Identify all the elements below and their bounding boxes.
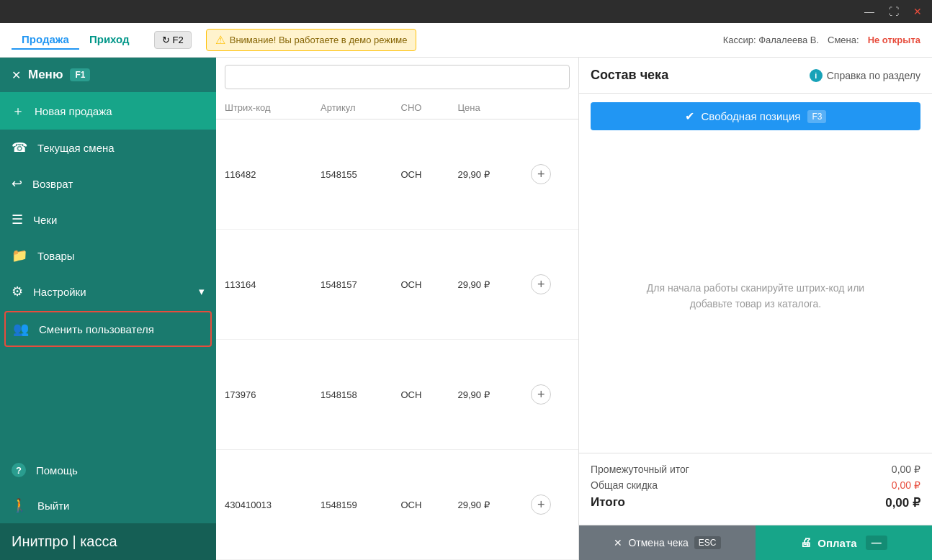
pay-label: Оплата — [817, 537, 856, 549]
col-barcode: Штрих-код — [216, 96, 312, 119]
search-bar — [216, 58, 578, 96]
return-icon: ↩ — [12, 176, 22, 191]
sidebar-item-checks[interactable]: ☰ Чеки — [0, 202, 216, 238]
maximize-button[interactable]: ⛶ — [884, 4, 903, 19]
sidebar-item-current-shift[interactable]: ☎ Текущая смена — [0, 130, 216, 166]
gear-icon: ⚙ — [12, 284, 23, 299]
add-cell: + — [522, 450, 578, 560]
sidebar-item-goods[interactable]: 📁 Товары — [0, 238, 216, 274]
logout-icon: 🚶 — [12, 497, 27, 513]
receipt-empty-message: Для начала работы сканируйте штрих-код и… — [579, 139, 932, 453]
subtotal-label: Промежуточный итог — [591, 464, 689, 475]
close-menu-button[interactable]: ✕ — [12, 68, 21, 82]
minimize-button[interactable]: — — [860, 4, 879, 19]
cancel-receipt-button[interactable]: ✕ Отмена чека ESC — [579, 525, 756, 560]
col-sno: СНО — [393, 96, 449, 119]
add-product-button[interactable]: + — [531, 384, 551, 405]
receipt-summary: Промежуточный итог 0,00 ₽ Общая скидка 0… — [579, 453, 932, 525]
brand-main: Инитпро — [12, 533, 68, 549]
sidebar-item-label: Новая продажа — [35, 105, 112, 117]
sidebar-item-new-sale[interactable]: ＋ Новая продажа — [0, 92, 216, 130]
search-input[interactable] — [225, 65, 570, 89]
add-cell: + — [522, 230, 578, 340]
table-row: 116482 1548155 ОСН 29,90 ₽ + — [216, 119, 578, 230]
content-area: ✕ Меню F1 ＋ Новая продажа ☎ Текущая смен… — [0, 58, 932, 560]
sync-icon: ↻ — [162, 35, 170, 45]
brand-sub: касса — [80, 533, 117, 549]
sync-button[interactable]: ↻ F2 — [154, 31, 192, 49]
receipt-actions: ✕ Отмена чека ESC 🖨 Оплата — — [579, 525, 932, 560]
shift-label: Смена: — [828, 35, 859, 45]
price-cell: 29,90 ₽ — [449, 340, 523, 450]
help-section-button[interactable]: i Справка по разделу — [810, 69, 920, 82]
add-product-button[interactable]: + — [531, 274, 551, 294]
table-row: 173976 1548158 ОСН 29,90 ₽ + — [216, 340, 578, 450]
check-icon: ✔ — [685, 109, 694, 123]
sidebar-item-help[interactable]: ? Помощь — [0, 453, 216, 487]
receipt-title: Состав чека — [591, 68, 668, 83]
users-icon: 👥 — [13, 321, 29, 337]
barcode-cell: 430410013 — [216, 450, 312, 560]
add-product-button[interactable]: + — [531, 494, 551, 515]
product-table: Штрих-код Артикул СНО Цена 116482 154815… — [216, 96, 578, 560]
col-action — [522, 96, 578, 119]
article-cell: 1548157 — [312, 230, 392, 340]
phone-icon: ☎ — [12, 140, 27, 155]
demo-warning-text: Внимание! Вы работаете в демо режиме — [230, 35, 408, 45]
menu-label: Меню — [28, 68, 63, 82]
pay-icon: 🖨 — [800, 536, 812, 549]
sidebar: ✕ Меню F1 ＋ Новая продажа ☎ Текущая смен… — [0, 58, 216, 560]
tab-income[interactable]: Приход — [79, 30, 140, 50]
pay-dash: — — [866, 536, 887, 550]
barcode-cell: 173976 — [216, 340, 312, 450]
folder-icon: 📁 — [12, 248, 27, 263]
add-product-button[interactable]: + — [531, 164, 551, 184]
subtotal-row: Промежуточный итог 0,00 ₽ — [591, 464, 920, 475]
empty-text: Для начала работы сканируйте штрих-код и… — [647, 280, 864, 312]
x-icon: ✕ — [614, 537, 622, 548]
sidebar-item-label: Помощь — [36, 464, 78, 477]
sync-label: F2 — [173, 35, 184, 45]
total-label: Итого — [591, 495, 625, 510]
sidebar-item-settings[interactable]: ⚙ Настройки ▾ — [0, 274, 216, 310]
sidebar-item-logout[interactable]: 🚶 Выйти — [0, 487, 216, 523]
demo-warning-banner: ⚠ Внимание! Вы работаете в демо режиме — [206, 29, 417, 51]
barcode-cell: 113164 — [216, 230, 312, 340]
sidebar-item-label: Сменить пользователя — [39, 323, 154, 335]
barcode-cell: 116482 — [216, 119, 312, 230]
pay-button[interactable]: 🖨 Оплата — — [756, 525, 932, 560]
price-cell: 29,90 ₽ — [449, 119, 523, 230]
cancel-label: Отмена чека — [628, 537, 688, 548]
table-row: 113164 1548157 ОСН 29,90 ₽ + — [216, 230, 578, 340]
subtotal-value: 0,00 ₽ — [892, 464, 920, 475]
free-position-label: Свободная позиция — [702, 110, 801, 122]
article-cell: 1548159 — [312, 450, 392, 560]
tab-sale[interactable]: Продажа — [12, 30, 79, 50]
price-cell: 29,90 ₽ — [449, 450, 523, 560]
col-article: Артикул — [312, 96, 392, 119]
sidebar-item-label: Настройки — [33, 286, 86, 298]
brand-sep: | — [68, 533, 80, 549]
nav-tabs: Продажа Приход — [12, 30, 140, 50]
close-button[interactable]: ✕ — [909, 4, 926, 19]
discount-label: Общая скидка — [591, 479, 658, 491]
f3-badge: F3 — [807, 110, 826, 123]
sno-cell: ОСН — [393, 340, 449, 450]
sidebar-item-label: Чеки — [33, 214, 57, 226]
esc-badge: ESC — [694, 536, 721, 549]
sidebar-item-change-user[interactable]: 👥 Сменить пользователя — [4, 311, 212, 347]
article-cell: 1548155 — [312, 119, 392, 230]
sno-cell: ОСН — [393, 119, 449, 230]
discount-row: Общая скидка 0,00 ₽ — [591, 479, 920, 491]
warning-icon: ⚠ — [215, 33, 225, 47]
free-position-button[interactable]: ✔ Свободная позиция F3 — [591, 102, 920, 130]
sidebar-header: ✕ Меню F1 — [0, 58, 216, 92]
sidebar-item-return[interactable]: ↩ Возврат — [0, 166, 216, 202]
col-price: Цена — [449, 96, 523, 119]
article-cell: 1548158 — [312, 340, 392, 450]
titlebar: — ⛶ ✕ — [0, 0, 932, 23]
shift-status: Не открыта — [868, 35, 920, 45]
add-cell: + — [522, 119, 578, 230]
total-row: Итого 0,00 ₽ — [591, 495, 920, 510]
info-icon: i — [810, 69, 823, 82]
